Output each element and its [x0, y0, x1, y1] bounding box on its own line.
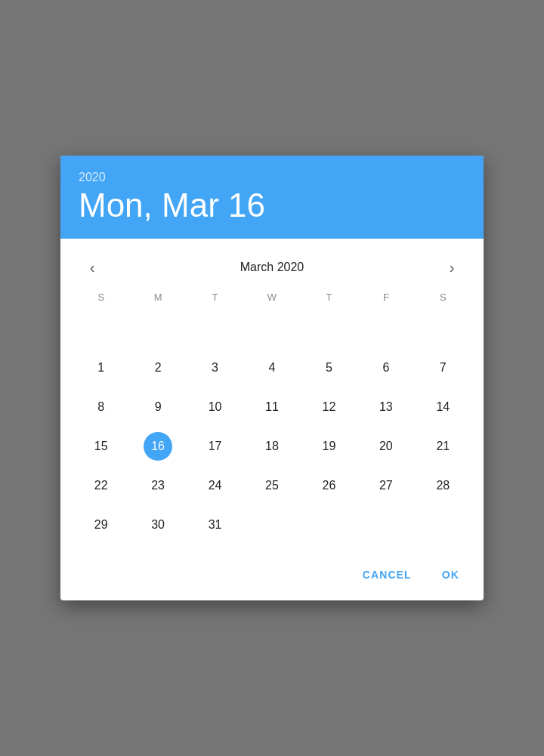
- day-headers: SMTWTFS: [73, 287, 471, 307]
- empty-day-cell: [415, 310, 471, 347]
- day-cell[interactable]: 15: [73, 428, 129, 464]
- prev-month-button[interactable]: ‹: [79, 254, 106, 281]
- day-of-week-header: S: [415, 287, 471, 307]
- day-number: 2: [144, 353, 172, 382]
- day-number: 11: [258, 393, 286, 421]
- prev-icon: ‹: [90, 259, 95, 276]
- dialog-actions: CANCEL OK: [60, 549, 484, 600]
- empty-day-cell: [129, 310, 186, 347]
- empty-day-cell: [243, 507, 300, 543]
- empty-day-cell: [187, 310, 243, 347]
- day-cell[interactable]: 23: [129, 467, 186, 504]
- day-cell[interactable]: 5: [301, 350, 357, 386]
- day-of-week-header: T: [301, 287, 357, 307]
- day-number: 29: [87, 511, 116, 539]
- day-cell[interactable]: 14: [415, 389, 471, 425]
- empty-day-cell: [301, 310, 357, 347]
- day-number: 20: [372, 432, 400, 461]
- day-of-week-header: W: [243, 287, 300, 307]
- day-cell[interactable]: 1: [73, 350, 129, 386]
- day-cell[interactable]: 10: [187, 389, 243, 425]
- month-nav: ‹ March 2020 ›: [73, 245, 471, 287]
- day-cell[interactable]: 7: [415, 350, 471, 386]
- day-number: 4: [258, 353, 286, 382]
- empty-day-cell: [357, 310, 414, 347]
- day-number: 8: [87, 393, 116, 421]
- empty-day-cell: [73, 310, 129, 347]
- selected-day-number: 16: [144, 432, 172, 461]
- day-cell[interactable]: 26: [301, 467, 357, 504]
- day-cell[interactable]: 13: [357, 389, 414, 425]
- empty-day-cell: [301, 507, 357, 543]
- day-number: 30: [144, 511, 172, 539]
- day-cell[interactable]: 12: [301, 389, 357, 425]
- day-cell[interactable]: 8: [73, 389, 129, 425]
- day-number: 26: [314, 471, 343, 500]
- day-number: 6: [372, 353, 400, 382]
- next-icon: ›: [450, 259, 455, 276]
- day-number: 18: [258, 432, 286, 461]
- date-picker-dialog: 2020 Mon, Mar 16 ‹ March 2020 › SMTWTFS …: [60, 156, 484, 600]
- day-cell[interactable]: 29: [73, 507, 129, 543]
- day-cell[interactable]: 17: [187, 428, 243, 464]
- day-cell[interactable]: 25: [243, 467, 300, 504]
- day-number: 17: [201, 432, 230, 461]
- calendar-section: ‹ March 2020 › SMTWTFS 12345678910111213…: [60, 239, 484, 543]
- day-cell[interactable]: 31: [187, 507, 243, 543]
- day-number: 3: [201, 353, 230, 382]
- day-cell[interactable]: 19: [301, 428, 357, 464]
- day-of-week-header: S: [73, 287, 129, 307]
- day-number: 31: [201, 511, 230, 539]
- day-number: 21: [428, 432, 457, 461]
- day-cell[interactable]: 24: [187, 467, 243, 504]
- day-of-week-header: T: [187, 287, 243, 307]
- day-number: 10: [201, 393, 230, 421]
- empty-day-cell: [357, 507, 414, 543]
- day-cell[interactable]: 3: [187, 350, 243, 386]
- cancel-button[interactable]: CANCEL: [351, 561, 424, 588]
- day-number: 27: [372, 471, 400, 500]
- empty-day-cell: [415, 507, 471, 543]
- day-cell[interactable]: 21: [415, 428, 471, 464]
- ok-button[interactable]: OK: [430, 561, 471, 588]
- day-of-week-header: F: [357, 287, 414, 307]
- day-number: 1: [87, 353, 116, 382]
- day-of-week-header: M: [129, 287, 186, 307]
- day-number: 22: [87, 471, 116, 500]
- next-month-button[interactable]: ›: [438, 254, 465, 281]
- day-cell[interactable]: 27: [357, 467, 414, 504]
- day-number: 25: [258, 471, 286, 500]
- header-year: 2020: [79, 171, 465, 184]
- day-number: 14: [428, 393, 457, 421]
- day-number: 19: [314, 432, 343, 461]
- day-cell[interactable]: 11: [243, 389, 300, 425]
- day-number: 12: [314, 393, 343, 421]
- day-number: 5: [314, 353, 343, 382]
- day-cell[interactable]: 30: [129, 507, 186, 543]
- day-cell[interactable]: 28: [415, 467, 471, 504]
- month-label: March 2020: [240, 261, 304, 274]
- dialog-header: 2020 Mon, Mar 16: [60, 156, 484, 239]
- days-grid: 1234567891011121314151617181920212223242…: [73, 310, 471, 543]
- day-number: 13: [372, 393, 400, 421]
- day-cell[interactable]: 16: [129, 428, 186, 464]
- day-number: 28: [428, 471, 457, 500]
- day-number: 24: [201, 471, 230, 500]
- day-number: 9: [144, 393, 172, 421]
- day-cell[interactable]: 9: [129, 389, 186, 425]
- day-cell[interactable]: 6: [357, 350, 414, 386]
- header-date: Mon, Mar 16: [79, 187, 465, 224]
- day-number: 23: [144, 471, 172, 500]
- day-cell[interactable]: 2: [129, 350, 186, 386]
- day-cell[interactable]: 18: [243, 428, 300, 464]
- empty-day-cell: [243, 310, 300, 347]
- day-cell[interactable]: 4: [243, 350, 300, 386]
- day-cell[interactable]: 22: [73, 467, 129, 504]
- day-cell[interactable]: 20: [357, 428, 414, 464]
- day-number: 15: [87, 432, 116, 461]
- day-number: 7: [428, 353, 457, 382]
